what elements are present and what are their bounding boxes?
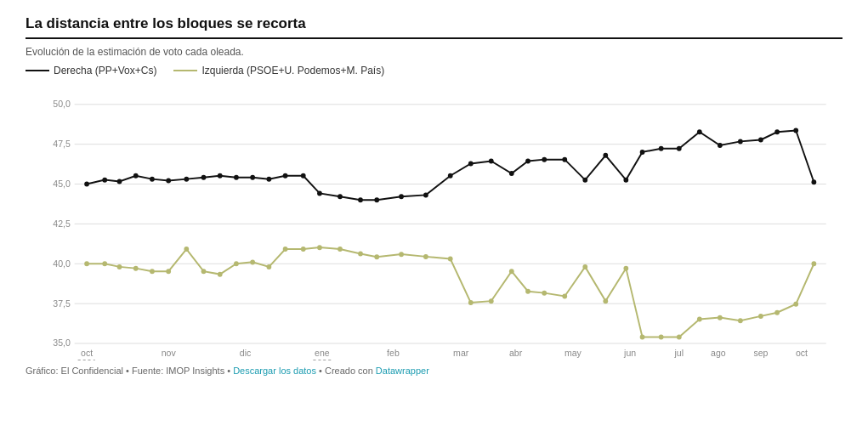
- legend-light: Izquierda (PSOE+U. Podemos+M. País): [173, 65, 384, 77]
- chart-legend: Derecha (PP+Vox+Cs) Izquierda (PSOE+U. P…: [26, 65, 842, 77]
- svg-text:oct: oct: [81, 348, 93, 358]
- dark-dot: [525, 159, 530, 164]
- footer-source1: Gráfico: El Confidencial: [26, 366, 123, 376]
- page-container: La distancia entre los bloques se recort…: [0, 0, 868, 431]
- dark-dot: [338, 194, 343, 199]
- title-divider: [26, 37, 842, 39]
- dark-dot: [582, 178, 587, 183]
- dark-dot: [640, 150, 645, 155]
- dark-dot: [659, 146, 664, 151]
- dark-dot: [718, 143, 723, 148]
- svg-text:2022: 2022: [312, 358, 332, 360]
- light-dot: [250, 259, 255, 264]
- light-dot: [150, 269, 155, 274]
- svg-text:2021: 2021: [77, 358, 96, 360]
- svg-text:dic: dic: [240, 348, 252, 358]
- light-dot: [338, 247, 343, 252]
- dark-dot: [468, 162, 474, 167]
- dark-dot: [542, 157, 547, 162]
- dark-dot: [509, 171, 514, 176]
- light-dot: [423, 254, 428, 259]
- svg-text:40,0: 40,0: [53, 258, 71, 269]
- dark-dot: [184, 177, 189, 182]
- light-dot: [758, 314, 763, 319]
- dark-dot: [84, 182, 89, 187]
- light-dot: [659, 335, 664, 340]
- svg-text:50,0: 50,0: [53, 99, 71, 109]
- chart-subtitle: Evolución de la estimación de voto cada …: [26, 46, 842, 58]
- dark-dot: [150, 177, 155, 182]
- dark-dot: [374, 197, 379, 202]
- dark-dot: [758, 138, 763, 143]
- light-dot: [317, 245, 322, 250]
- light-dot: [677, 335, 682, 340]
- footer-datawrapper-link[interactable]: Datawrapper: [376, 366, 429, 376]
- light-dot: [166, 269, 171, 274]
- dark-dot: [423, 192, 428, 197]
- light-dot: [582, 264, 587, 269]
- chart-area: 50,0 47,5 45,0 42,5 40,0 37,5 35,0 oct 2…: [26, 80, 842, 360]
- svg-text:47,5: 47,5: [53, 139, 71, 149]
- svg-text:37,5: 37,5: [53, 298, 71, 309]
- legend-dark-line: [26, 70, 49, 71]
- svg-text:abr: abr: [509, 348, 523, 358]
- dark-dot: [811, 179, 816, 184]
- light-dot: [374, 254, 379, 259]
- light-dot: [542, 291, 547, 296]
- light-dot: [793, 302, 798, 307]
- svg-text:oct: oct: [796, 348, 808, 358]
- light-dot: [201, 269, 207, 274]
- legend-dark: Derecha (PP+Vox+Cs): [26, 65, 156, 77]
- light-dot: [489, 298, 494, 303]
- light-dot: [358, 252, 363, 257]
- light-dot: [697, 317, 702, 322]
- light-dot: [102, 261, 107, 266]
- legend-light-label: Izquierda (PSOE+U. Podemos+M. País): [201, 65, 384, 77]
- dark-dot: [117, 179, 122, 184]
- light-dot: [117, 264, 122, 269]
- dark-dot: [283, 173, 288, 179]
- dark-dot: [489, 159, 494, 164]
- footer-download-link[interactable]: Descargar los datos: [233, 366, 316, 376]
- light-dot: [640, 335, 645, 340]
- dark-dot: [677, 146, 682, 151]
- dark-dot: [266, 177, 271, 182]
- svg-text:ene: ene: [315, 348, 330, 358]
- legend-dark-label: Derecha (PP+Vox+Cs): [54, 65, 156, 77]
- light-dot: [603, 298, 608, 303]
- light-dot: [218, 272, 223, 277]
- dark-dot: [166, 179, 171, 184]
- svg-text:mar: mar: [453, 348, 469, 358]
- light-dot: [84, 261, 89, 266]
- light-dot: [399, 252, 404, 257]
- svg-text:45,0: 45,0: [53, 179, 71, 189]
- dark-dot: [133, 173, 139, 179]
- svg-text:42,5: 42,5: [53, 218, 71, 229]
- light-dot: [283, 247, 288, 252]
- dark-dot: [774, 129, 780, 134]
- light-dot: [562, 294, 567, 299]
- chart-svg: 50,0 47,5 45,0 42,5 40,0 37,5 35,0 oct 2…: [26, 80, 842, 360]
- legend-light-line: [173, 70, 197, 71]
- light-dot: [811, 261, 816, 266]
- light-dot: [448, 257, 453, 262]
- light-dot: [623, 266, 628, 271]
- dark-dot: [234, 175, 239, 180]
- light-dot: [301, 247, 306, 252]
- dark-dot: [301, 173, 306, 179]
- dark-line: [87, 131, 814, 201]
- footer-sep3: • Creado con: [316, 366, 376, 376]
- svg-text:jun: jun: [623, 348, 636, 358]
- light-dot: [266, 264, 271, 269]
- footer-sep1: •: [123, 366, 132, 376]
- light-dot: [774, 310, 780, 315]
- light-dot: [234, 261, 239, 266]
- svg-text:nov: nov: [162, 348, 177, 358]
- svg-text:sep: sep: [753, 348, 768, 358]
- dark-dot: [358, 197, 363, 202]
- light-dot: [468, 300, 474, 305]
- light-dot: [525, 289, 530, 294]
- svg-text:feb: feb: [387, 348, 400, 358]
- dark-dot: [201, 175, 207, 180]
- chart-title: La distancia entre los bloques se recort…: [26, 15, 842, 32]
